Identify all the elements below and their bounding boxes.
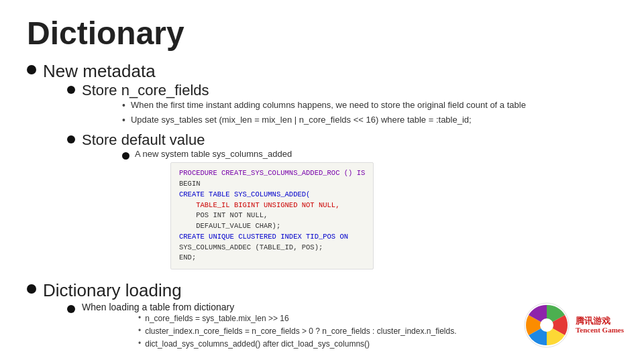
tencent-logo-svg (523, 302, 570, 349)
mini-bullet-3: • dict_load_sys_columns_added() after di… (138, 339, 456, 350)
mini-bullet-1: • n_core_fields = sys_table.mix_len >> 1… (138, 313, 456, 324)
bullet-item-1: • When the first time instant adding col… (122, 99, 526, 112)
mini-dot-2: • (138, 326, 141, 335)
mini-text-2: cluster_index.n_core_fields = n_core_fie… (145, 326, 456, 337)
bullet-dot-2: • (122, 115, 125, 125)
bullet-item-2: • Update sys_tables set (mix_len = mix_l… (122, 114, 526, 127)
code-block: PROCEDURE CREATE_SYS_COLUMNS_ADDED_ROC (… (170, 162, 374, 269)
dict-loading-label: Dictionary loading (43, 280, 182, 300)
when-loading-section: When loading a table from dictionary • n… (67, 301, 456, 351)
tencent-english: Tencent Games (576, 326, 624, 335)
page-container: Dictionary New metadata Store n_core_fie… (0, 0, 644, 362)
bullet-text-2: Update sys_tables set (mix_len = mix_len… (131, 114, 472, 127)
svg-point-1 (540, 318, 553, 332)
mini-dot-3: • (138, 339, 141, 348)
new-metadata-label: New metadata (43, 61, 156, 81)
bullet-new-metadata (27, 65, 36, 74)
l3-area: A new system table sys_columns_added PRO… (122, 149, 374, 269)
bullet-store-default (67, 135, 75, 143)
n-core-bullets: • When the first time instant adding col… (122, 99, 526, 127)
l3-item-1: A new system table sys_columns_added (122, 149, 374, 160)
when-loading-label: When loading a table from dictionary (82, 302, 234, 312)
tencent-text-block: 腾讯游戏 Tencent Games (576, 316, 624, 335)
tencent-chinese: 腾讯游戏 (576, 316, 624, 326)
bullet-store-n-core (67, 86, 75, 94)
store-default-label: Store default value (82, 131, 205, 148)
sys-columns-label: A new system table sys_columns_added (135, 149, 292, 159)
store-n-core-label: Store n_core_fields (82, 82, 209, 99)
section-store-n-core: Store n_core_fields • When the first tim… (67, 82, 526, 129)
bullet-dict-loading (27, 284, 36, 294)
mini-bullets: • n_core_fields = sys_table.mix_len >> 1… (138, 313, 456, 349)
logo-area: 腾讯游戏 Tencent Games (523, 302, 624, 349)
mini-text-1: n_core_fields = sys_table.mix_len >> 16 (145, 313, 288, 324)
page-title: Dictionary (27, 16, 617, 52)
bullet-dot-1: • (122, 100, 125, 111)
bullet-text-1: When the first time instant adding colum… (131, 99, 526, 112)
mini-text-3: dict_load_sys_columns_added() after dict… (145, 339, 370, 350)
section-store-default: Store default value A new system table s… (67, 131, 526, 274)
bullet-when-loading (67, 305, 75, 313)
mini-dot-1: • (138, 313, 141, 322)
bullet-sys-columns (122, 152, 129, 160)
section-new-metadata: New metadata Store n_core_fields • When … (27, 61, 617, 276)
mini-bullet-2: • cluster_index.n_core_fields = n_core_f… (138, 326, 456, 337)
